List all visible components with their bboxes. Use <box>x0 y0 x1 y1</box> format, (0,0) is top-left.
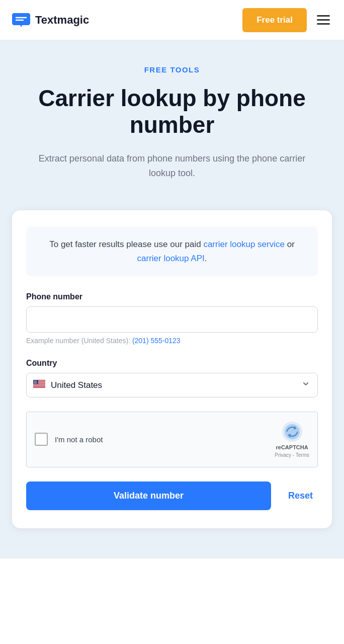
navbar: Textmagic Free trial <box>0 0 344 40</box>
main-card-section: To get faster results please use our pai… <box>0 210 344 558</box>
carrier-lookup-service-link[interactable]: carrier lookup service <box>203 239 285 249</box>
nav-right: Free trial <box>242 8 332 32</box>
hamburger-line-3 <box>317 23 330 25</box>
logo-text: Textmagic <box>35 14 89 27</box>
recaptcha-label: I'm not a robot <box>55 435 103 444</box>
recaptcha-terms-link[interactable]: Terms <box>296 452 309 458</box>
country-select[interactable]: United States United Kingdom Canada Aust… <box>26 373 318 397</box>
phone-input[interactable] <box>26 306 318 333</box>
country-select-wrapper: United States United Kingdom Canada Aust… <box>26 373 318 397</box>
logo-area: Textmagic <box>12 13 89 27</box>
free-trial-button[interactable]: Free trial <box>242 8 307 32</box>
textmagic-logo-icon <box>12 13 30 27</box>
recaptcha-logo-icon <box>282 421 303 442</box>
hamburger-line-2 <box>317 19 330 21</box>
recaptcha-left: I'm not a robot <box>35 433 103 446</box>
hero-subtitle: Extract personal data from phone numbers… <box>31 151 313 181</box>
form-card: To get faster results please use our pai… <box>12 210 332 528</box>
example-prefix: Example number (United States): <box>26 337 132 345</box>
form-buttons-row: Validate number Reset <box>26 481 318 510</box>
info-suffix: . <box>205 254 207 263</box>
recaptcha-checkbox[interactable] <box>35 433 48 446</box>
reset-button[interactable]: Reset <box>283 481 318 510</box>
hero-section: FREE TOOLS Carrier lookup by phone numbe… <box>0 40 344 210</box>
free-tools-label: FREE TOOLS <box>15 65 329 74</box>
country-label: Country <box>26 359 318 368</box>
recaptcha-right: reCAPTCHA Privacy - Terms <box>275 421 309 458</box>
recaptcha-brand-label: reCAPTCHA <box>276 444 308 450</box>
validate-number-button[interactable]: Validate number <box>26 481 271 510</box>
recaptcha-links: Privacy - Terms <box>275 452 309 458</box>
recaptcha-privacy-link[interactable]: Privacy <box>275 452 291 458</box>
info-prefix: To get faster results please use our pai… <box>49 239 201 249</box>
carrier-lookup-api-link[interactable]: carrier lookup API <box>137 254 205 263</box>
phone-label: Phone number <box>26 292 318 301</box>
info-box: To get faster results please use our pai… <box>26 226 318 276</box>
hamburger-line-1 <box>317 15 330 17</box>
example-number-hint: Example number (United States): (201) 55… <box>26 337 318 345</box>
example-number-link[interactable]: (201) 555-0123 <box>132 337 181 345</box>
recaptcha-box: I'm not a robot reCAPTCHA Privacy - Term… <box>26 412 318 467</box>
hamburger-menu-icon[interactable] <box>315 13 332 27</box>
page-title: Carrier lookup by phone number <box>15 85 329 138</box>
info-middle: or <box>285 239 295 249</box>
